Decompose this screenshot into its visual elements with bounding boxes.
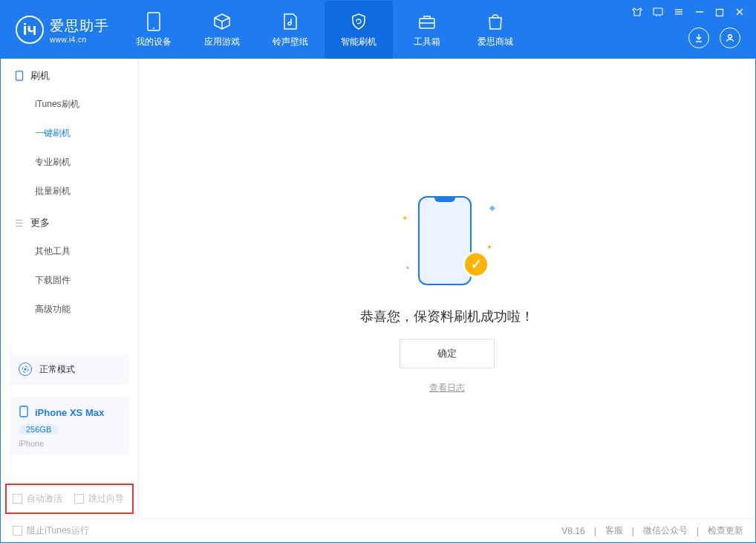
- top-nav: 我的设备 应用游戏 铃声壁纸 智能刷机 工具箱 爱思商城: [120, 1, 529, 59]
- block-itunes-checkbox[interactable]: 阻止iTunes运行: [13, 524, 89, 537]
- sidebar-item-download-firmware[interactable]: 下载固件: [1, 266, 138, 295]
- app-name: 爱思助手: [50, 16, 109, 36]
- sparkle-icon: •: [406, 264, 409, 272]
- sidebar-section-flash: 刷机: [1, 59, 138, 90]
- ok-button[interactable]: 确定: [400, 339, 495, 368]
- checkbox-icon: [13, 526, 22, 536]
- app-domain: www.i4.cn: [50, 36, 109, 44]
- music-file-icon: [281, 12, 300, 31]
- menu-icon[interactable]: [674, 7, 684, 20]
- success-illustration: ✦ ◆ • ✦ ✓: [391, 183, 503, 294]
- device-name: iPhone XS Max: [35, 407, 104, 418]
- device-capacity-badge: 256GB: [19, 424, 59, 435]
- sidebar-item-advanced[interactable]: 高级功能: [1, 295, 138, 324]
- sidebar: 刷机 iTunes刷机 一键刷机 专业刷机 批量刷机 ☰ 更多 其他工具 下载固…: [1, 59, 139, 518]
- phone-graphic: [418, 196, 472, 285]
- checkbox-icon: [74, 494, 84, 504]
- device-type: iPhone: [19, 439, 44, 448]
- header: iч 爱思助手 www.i4.cn 我的设备 应用游戏 铃声壁纸 智能刷机: [1, 1, 755, 59]
- nav-ringtones-wallpapers[interactable]: 铃声壁纸: [256, 1, 325, 59]
- version-label: V8.16: [561, 526, 584, 536]
- nav-store[interactable]: 爱思商城: [461, 1, 529, 59]
- wechat-link[interactable]: 微信公众号: [643, 524, 688, 537]
- device-phone-icon: [19, 406, 29, 420]
- checkbox-icon: [13, 494, 22, 504]
- view-log-link[interactable]: 查看日志: [429, 382, 465, 394]
- mode-icon: [19, 362, 32, 376]
- bag-icon: [486, 12, 505, 31]
- sidebar-item-pro-flash[interactable]: 专业刷机: [1, 148, 138, 177]
- body: 刷机 iTunes刷机 一键刷机 专业刷机 批量刷机 ☰ 更多 其他工具 下载固…: [1, 59, 755, 518]
- list-small-icon: ☰: [14, 218, 25, 228]
- sidebar-item-other-tools[interactable]: 其他工具: [1, 237, 138, 266]
- device-card[interactable]: iPhone XS Max 256GB iPhone: [10, 397, 129, 455]
- logo-block[interactable]: iч 爱思助手 www.i4.cn: [1, 16, 120, 44]
- nav-apps-games[interactable]: 应用游戏: [188, 1, 256, 59]
- sidebar-item-batch-flash[interactable]: 批量刷机: [1, 177, 138, 206]
- svg-rect-16: [20, 406, 27, 417]
- nav-toolbox[interactable]: 工具箱: [393, 1, 461, 59]
- success-message: 恭喜您，保资料刷机成功啦！: [360, 308, 534, 325]
- header-actions: [688, 27, 740, 48]
- highlighted-options: 自动激活 跳过向导: [5, 484, 134, 514]
- skin-icon[interactable]: [632, 7, 642, 20]
- sidebar-item-itunes-flash[interactable]: iTunes刷机: [1, 90, 138, 119]
- user-button[interactable]: [720, 27, 740, 48]
- nav-smart-flash[interactable]: 智能刷机: [325, 1, 393, 59]
- toolbox-icon: [417, 12, 437, 31]
- download-button[interactable]: [688, 27, 709, 48]
- close-icon[interactable]: [734, 7, 745, 20]
- maximize-icon[interactable]: [715, 7, 724, 20]
- sparkle-icon: ✦: [402, 214, 408, 222]
- phone-icon: [144, 12, 163, 31]
- support-link[interactable]: 客服: [605, 524, 623, 537]
- svg-rect-13: [16, 71, 23, 80]
- feedback-icon[interactable]: [653, 7, 663, 20]
- logo-icon: iч: [16, 16, 44, 44]
- nav-my-device[interactable]: 我的设备: [120, 1, 188, 59]
- footer: 阻止iTunes运行 V8.16 | 客服 | 微信公众号 | 检查更新: [1, 518, 755, 542]
- skip-guide-checkbox[interactable]: 跳过向导: [74, 492, 124, 505]
- sparkle-icon: ✦: [486, 243, 492, 251]
- cube-icon: [212, 12, 232, 31]
- sidebar-item-oneclick-flash[interactable]: 一键刷机: [1, 119, 138, 148]
- sparkle-icon: ◆: [489, 204, 495, 212]
- svg-point-12: [729, 35, 732, 39]
- minimize-icon[interactable]: [694, 7, 705, 20]
- phone-small-icon: [14, 71, 25, 81]
- svg-rect-9: [717, 10, 723, 16]
- app-window: iч 爱思助手 www.i4.cn 我的设备 应用游戏 铃声壁纸 智能刷机: [0, 0, 756, 543]
- sidebar-section-more: ☰ 更多: [1, 206, 138, 237]
- auto-activate-checkbox[interactable]: 自动激活: [13, 492, 62, 505]
- check-badge-icon: ✓: [463, 251, 489, 278]
- mode-card[interactable]: 正常模式: [10, 354, 129, 385]
- main-content: ✦ ◆ • ✦ ✓ 恭喜您，保资料刷机成功啦！ 确定 查看日志: [139, 59, 755, 518]
- svg-rect-4: [654, 8, 662, 15]
- check-update-link[interactable]: 检查更新: [708, 524, 743, 537]
- svg-point-14: [25, 368, 27, 371]
- svg-point-1: [153, 27, 154, 29]
- shield-refresh-icon: [349, 12, 368, 31]
- window-controls: [632, 7, 745, 20]
- mode-label: 正常模式: [39, 363, 75, 376]
